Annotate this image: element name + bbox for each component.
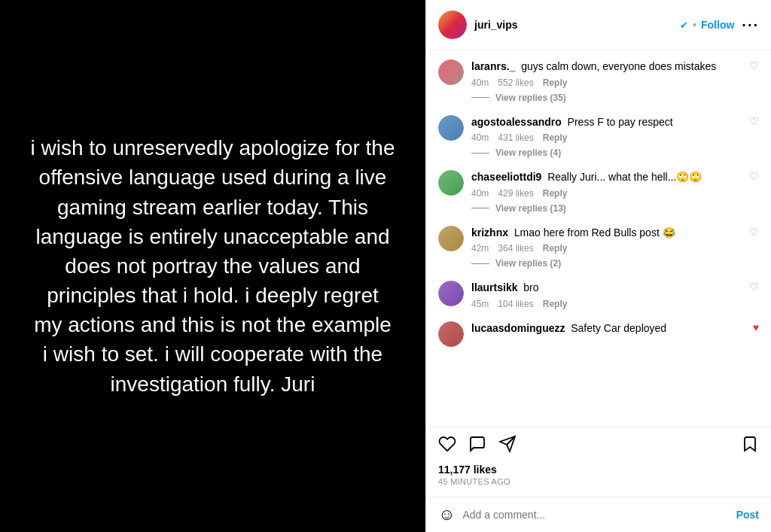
view-replies-text: View replies (2): [495, 258, 561, 269]
comment-body: lucaasdominguezz Safety Car deployed: [471, 321, 747, 336]
comment-username: llaurtsikk: [471, 281, 517, 293]
likes-count: 11,177 likes: [438, 464, 759, 476]
comment-body: chaseeliottdi9 Really Juri... what the h…: [471, 170, 743, 214]
comment-likes: 552 likes: [498, 78, 533, 88]
replies-line: [471, 153, 489, 154]
view-replies[interactable]: View replies (4): [471, 147, 743, 158]
comment-body: llaurtsikk bro 45m 104 likes Reply: [471, 281, 743, 309]
comment-likes: 364 likes: [498, 243, 533, 254]
action-icons: [438, 435, 759, 458]
replies-line: [471, 97, 489, 98]
list-item: chaseeliottdi9 Really Juri... what the h…: [438, 170, 759, 214]
comment-likes: 429 likes: [498, 188, 533, 199]
comment-button[interactable]: [468, 435, 486, 458]
list-item: laranrs._ guys calm down, everyone does …: [438, 59, 759, 103]
replies-line: [471, 208, 489, 208]
comment-body: agostoalessandro Press F to pay respect …: [471, 115, 743, 159]
like-icon[interactable]: ♡: [743, 226, 759, 238]
reply-button[interactable]: Reply: [543, 78, 568, 88]
like-button[interactable]: [438, 435, 456, 458]
comment-text: chaseeliottdi9 Really Juri... what the h…: [471, 171, 702, 183]
comment-username: chaseeliottdi9: [471, 171, 541, 183]
view-replies[interactable]: View replies (13): [471, 203, 743, 214]
reply-button[interactable]: Reply: [543, 243, 568, 254]
comment-time: 42m: [471, 243, 489, 254]
avatar: [438, 115, 464, 141]
comment-time: 40m: [471, 132, 489, 143]
list-item: lucaasdominguezz Safety Car deployed ♥: [438, 321, 759, 347]
comment-text: laranrs._ guys calm down, everyone does …: [471, 60, 716, 72]
comment-text: krizhnx Lmao here from Red Bulls post 😂: [471, 226, 675, 239]
comment-input[interactable]: [462, 509, 736, 521]
reply-button[interactable]: Reply: [543, 132, 568, 143]
view-replies-text: View replies (13): [495, 203, 566, 214]
replies-line: [471, 263, 489, 264]
comment-meta: 45m 104 likes Reply: [471, 299, 743, 309]
avatar: [438, 11, 467, 39]
right-panel: juri_vips ✔ • Follow ··· laranrs._ guys …: [425, 0, 771, 532]
comment-meta: 42m 364 likes Reply: [471, 243, 743, 254]
comment-username: agostoalessandro: [471, 116, 562, 128]
comment-body: laranrs._ guys calm down, everyone does …: [471, 59, 743, 103]
comment-time: 45m: [471, 299, 489, 309]
dot-separator: •: [693, 19, 696, 31]
avatar: [438, 226, 464, 251]
comments-section: laranrs._ guys calm down, everyone does …: [426, 50, 771, 427]
add-comment-bar: ☺ Post: [426, 497, 771, 532]
avatar: [438, 321, 464, 347]
comment-username: laranrs._: [471, 60, 515, 72]
comment-text: agostoalessandro Press F to pay respect: [471, 116, 673, 128]
comment-time: 40m: [471, 78, 489, 88]
post-text: i wish to unreservedly apologize for the…: [0, 103, 425, 429]
view-replies[interactable]: View replies (35): [471, 93, 743, 103]
comment-username: krizhnx: [471, 226, 508, 239]
like-icon[interactable]: ♡: [743, 170, 759, 182]
reply-button[interactable]: Reply: [543, 188, 568, 199]
follow-button[interactable]: Follow: [701, 19, 734, 31]
view-replies-text: View replies (35): [495, 93, 566, 103]
avatar: [438, 59, 464, 85]
post-comment-button[interactable]: Post: [736, 509, 759, 521]
list-item: llaurtsikk bro 45m 104 likes Reply ♡: [438, 281, 759, 309]
comment-likes: 431 likes: [498, 132, 533, 143]
like-icon[interactable]: ♡: [743, 281, 759, 293]
post-time: 45 MINUTES AGO: [438, 477, 759, 486]
comment-text: lucaasdominguezz Safety Car deployed: [471, 322, 666, 334]
comment-body: krizhnx Lmao here from Red Bulls post 😂 …: [471, 226, 743, 269]
bookmark-button[interactable]: [741, 435, 759, 458]
avatar: [438, 170, 464, 196]
like-icon[interactable]: ♥: [747, 321, 759, 333]
post-header: juri_vips ✔ • Follow ···: [426, 0, 771, 50]
comment-meta: 40m 552 likes Reply: [471, 78, 743, 88]
reply-button[interactable]: Reply: [543, 299, 568, 309]
post-username: juri_vips: [474, 19, 677, 31]
avatar: [438, 281, 464, 306]
share-button[interactable]: [498, 435, 517, 458]
emoji-button[interactable]: ☺: [438, 505, 455, 524]
comment-likes: 104 likes: [498, 299, 533, 309]
like-icon[interactable]: ♡: [743, 115, 759, 127]
comment-meta: 40m 429 likes Reply: [471, 188, 743, 199]
list-item: krizhnx Lmao here from Red Bulls post 😂 …: [438, 226, 759, 269]
post-image-panel: i wish to unreservedly apologize for the…: [0, 0, 425, 532]
more-options-icon[interactable]: ···: [742, 17, 759, 34]
comment-text: llaurtsikk bro: [471, 281, 539, 293]
comment-time: 40m: [471, 188, 489, 199]
view-replies-text: View replies (4): [495, 147, 561, 158]
comment-username: lucaasdominguezz: [471, 322, 565, 334]
comment-meta: 40m 431 likes Reply: [471, 132, 743, 143]
list-item: agostoalessandro Press F to pay respect …: [438, 115, 759, 159]
verified-icon: ✔: [680, 20, 688, 31]
view-replies[interactable]: View replies (2): [471, 258, 743, 269]
action-bar: 11,177 likes 45 MINUTES AGO: [426, 427, 771, 497]
like-icon[interactable]: ♡: [743, 59, 759, 71]
